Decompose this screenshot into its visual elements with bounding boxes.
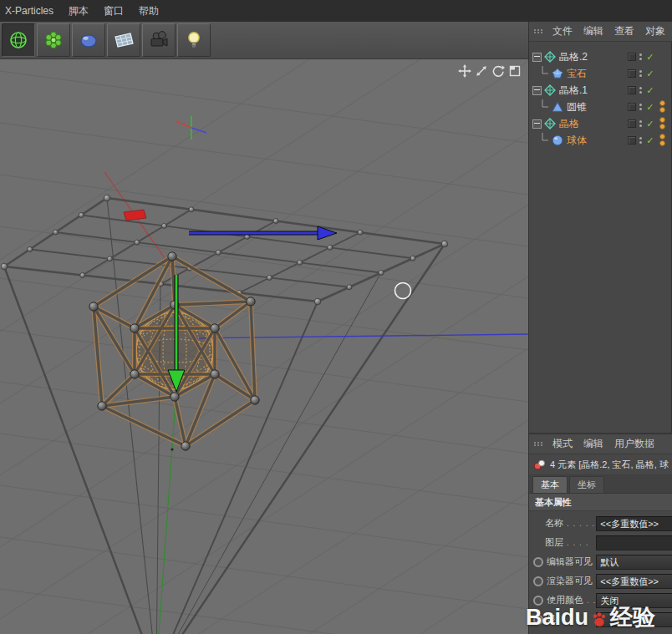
object-row[interactable]: 球体✓: [529, 132, 672, 149]
object-name[interactable]: 晶格: [559, 117, 579, 131]
tab-basic[interactable]: 基本: [532, 476, 568, 493]
enabled-check-icon[interactable]: ✓: [645, 68, 654, 79]
layer-chip[interactable]: [628, 86, 636, 94]
object-name[interactable]: 晶格.1: [559, 84, 588, 98]
toolbar-button-metaball[interactable]: [72, 23, 105, 57]
text-field[interactable]: <<多重数值>>: [596, 516, 672, 531]
dropdown-field[interactable]: [596, 612, 672, 627]
rotate-icon[interactable]: [491, 64, 505, 78]
object-row[interactable]: 晶格✓: [529, 115, 672, 132]
om-menu-item-2[interactable]: 查看: [614, 24, 634, 38]
visibility-dots[interactable]: [639, 119, 642, 128]
expand-toggle-icon[interactable]: [532, 86, 542, 95]
panel-grip-icon[interactable]: [534, 29, 543, 33]
enabled-check-icon[interactable]: ✓: [645, 135, 654, 146]
toolbar-button-camera[interactable]: [142, 23, 176, 57]
viewport[interactable]: [0, 59, 528, 634]
viewport-canvas[interactable]: [0, 59, 528, 634]
keyframe-dot-icon[interactable]: [533, 596, 543, 606]
keyframe-dot-icon[interactable]: [533, 557, 543, 567]
enabled-check-icon[interactable]: ✓: [645, 102, 654, 113]
toolbar: [0, 22, 528, 59]
deformer-dots-icon[interactable]: [658, 117, 666, 130]
am-menu-item-1[interactable]: 编辑: [583, 437, 603, 451]
menu-item-0[interactable]: X-Particles: [5, 5, 53, 17]
zoom-icon[interactable]: [475, 64, 488, 78]
multi-selection-icon: [533, 459, 546, 471]
visibility-dots[interactable]: [639, 69, 642, 78]
toolbar-button-light-bulb[interactable]: [177, 23, 211, 57]
attribute-row: 图层. . . .: [529, 533, 672, 552]
layer-chip[interactable]: [628, 69, 636, 78]
om-menu-item-3[interactable]: 对象: [645, 24, 665, 38]
deformer-dots-icon[interactable]: [658, 100, 666, 114]
attribute-row: 使用颜色. .关闭: [529, 591, 672, 610]
keyframe-dot-icon[interactable]: [533, 576, 543, 586]
dropdown-field[interactable]: <<多重数值>>: [596, 574, 672, 589]
layer-chip[interactable]: [628, 119, 636, 128]
object-row[interactable]: 晶格.2✓: [529, 48, 672, 65]
tree-branch-line: [539, 133, 549, 148]
am-menu-item-2[interactable]: 用户数据: [614, 437, 654, 451]
object-name[interactable]: 球体: [567, 134, 587, 148]
dropdown-field[interactable]: 默认: [596, 555, 672, 570]
enabled-check-icon[interactable]: ✓: [645, 85, 654, 96]
toolbar-button-plane-grid[interactable]: [107, 23, 140, 57]
attribute-row: 名称. . . . .<<多重数值>>: [529, 514, 672, 533]
lattice-icon: [544, 84, 556, 96]
maximize-icon[interactable]: [508, 64, 522, 78]
dropdown-field[interactable]: 关闭: [596, 593, 672, 608]
visibility-dots[interactable]: [639, 53, 642, 61]
attribute-tabs: 基本坐标: [529, 475, 672, 494]
expand-toggle-icon[interactable]: [532, 119, 542, 129]
expand-toggle-icon[interactable]: [532, 53, 542, 62]
toolbar-button-particle-flower[interactable]: [37, 23, 70, 57]
field-label: 渲染器可见: [547, 575, 593, 587]
layer-chip[interactable]: [628, 136, 636, 145]
object-name[interactable]: 晶格.2: [559, 50, 588, 64]
field-label: 名称: [545, 517, 563, 530]
layer-chip[interactable]: [628, 103, 636, 111]
object-row[interactable]: 晶格.1✓: [529, 82, 672, 99]
layer-chip[interactable]: [628, 53, 636, 61]
plane-grid-icon: [113, 29, 135, 51]
object-name[interactable]: 圆锥: [567, 100, 587, 114]
om-menu-item-1[interactable]: 编辑: [583, 24, 603, 38]
am-menu-item-0[interactable]: 模式: [552, 437, 573, 451]
field-label: 使用颜色: [547, 594, 583, 606]
visibility-dots[interactable]: [639, 86, 642, 94]
right-panel: 文件编辑查看对象 晶格.2✓宝石✓晶格.1✓圆锥✓晶格✓球体✓ 模式编辑用户数据: [528, 22, 672, 634]
object-row[interactable]: 宝石✓: [529, 65, 672, 82]
visibility-dots[interactable]: [639, 103, 642, 111]
enabled-check-icon[interactable]: ✓: [645, 119, 654, 129]
wire-sphere-icon: [8, 29, 29, 51]
tab-coordinates[interactable]: 坐标: [569, 476, 604, 493]
field-label: 图层: [545, 536, 563, 549]
selection-info-row: 4 元素 [晶格.2, 宝石, 晶格, 球: [529, 454, 672, 475]
text-field[interactable]: [596, 535, 672, 550]
tree-branch-line: [539, 66, 549, 81]
om-menu-items: 文件编辑查看对象: [552, 24, 665, 38]
keyframe-dot-icon[interactable]: [533, 615, 543, 625]
particle-flower-icon: [43, 29, 64, 51]
menu-item-2[interactable]: 窗口: [104, 4, 124, 18]
cinema4d-window: X-Particles脚本窗口帮助 文件编辑查看对象 晶格.2✓宝石✓晶格.1✓…: [0, 0, 672, 634]
visibility-dots[interactable]: [639, 136, 642, 145]
attribute-fields: 名称. . . . .<<多重数值>>图层. . . .编辑器可见默认渲染器可见…: [529, 511, 672, 634]
object-name[interactable]: 宝石: [567, 67, 587, 81]
deformer-dots-icon[interactable]: [658, 134, 666, 147]
object-row[interactable]: 圆锥✓: [529, 99, 672, 115]
toolbar-button-wire-sphere[interactable]: [2, 23, 35, 57]
menu-item-1[interactable]: 脚本: [69, 4, 89, 18]
gem-icon: [552, 68, 563, 79]
attribute-manager: 模式编辑用户数据 4 元素 [晶格.2, 宝石, 晶格, 球 基本坐标 基本属性…: [529, 434, 672, 634]
lattice-icon: [544, 118, 556, 129]
panel-grip-icon[interactable]: [534, 442, 543, 446]
enabled-check-icon[interactable]: ✓: [645, 52, 654, 63]
lattice-icon: [544, 51, 556, 63]
attribute-row: 渲染器可见<<多重数值>>: [529, 571, 672, 591]
pan-icon[interactable]: [458, 64, 471, 78]
menu-item-3[interactable]: 帮助: [139, 4, 159, 18]
menubar: X-Particles脚本窗口帮助: [0, 0, 672, 22]
om-menu-item-0[interactable]: 文件: [552, 24, 573, 38]
